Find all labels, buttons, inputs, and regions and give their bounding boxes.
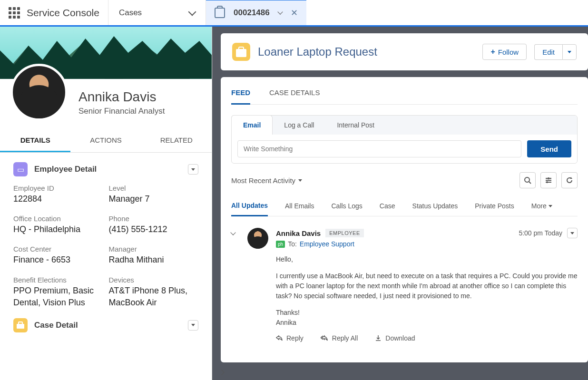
avatar[interactable] xyxy=(247,228,268,249)
next-post-icon[interactable] xyxy=(220,370,224,376)
svg-point-11 xyxy=(548,177,549,179)
tab-details[interactable]: DETAILS xyxy=(0,129,70,152)
refresh-feed-button[interactable] xyxy=(561,172,578,188)
feed-post: Annika Davis EMPLOYEE 5:00 pm Today ph T… xyxy=(231,228,578,342)
triangle-down-icon xyxy=(549,205,552,207)
app-launcher-icon[interactable] xyxy=(9,7,20,19)
svg-marker-13 xyxy=(570,177,572,179)
left-panel: Annika Davis Senior Financial Analyst DE… xyxy=(0,27,212,380)
filter-case[interactable]: Case xyxy=(380,198,395,216)
filter-status-updates[interactable]: Status Updates xyxy=(412,198,458,216)
case-icon xyxy=(232,43,250,61)
case-header: Loaner Laptop Request +Follow Edit xyxy=(221,33,588,70)
nav-label: Cases xyxy=(119,8,142,18)
avatar[interactable] xyxy=(10,64,68,121)
filter-icon xyxy=(545,176,552,184)
tab-label: 00021486 xyxy=(234,8,270,18)
chevron-down-icon xyxy=(188,8,196,16)
field: Office LocationHQ - Philadelphia xyxy=(13,214,103,235)
download-icon xyxy=(375,335,382,341)
filter-calls-logs[interactable]: Calls Logs xyxy=(331,198,362,216)
send-button[interactable]: Send xyxy=(527,140,571,157)
right-panel: Loaner Laptop Request +Follow Edit FEED … xyxy=(212,27,588,380)
tab-case-details[interactable]: CASE DETAILS xyxy=(269,85,320,104)
employee-icon: ▭ xyxy=(13,162,28,176)
filter-more[interactable]: More xyxy=(531,198,552,216)
section-title: Case Detail xyxy=(34,321,181,330)
search-feed-button[interactable] xyxy=(519,172,536,188)
tab-actions[interactable]: ACTIONS xyxy=(70,129,141,152)
collapse-icon[interactable] xyxy=(231,228,240,342)
post-menu-button[interactable] xyxy=(567,228,578,238)
app-name: Service Console xyxy=(27,7,99,19)
section-menu-button[interactable] xyxy=(188,320,198,331)
field-value: AT&T iPhone 8 Plus, MacBook Air xyxy=(109,285,199,309)
field-label: Phone xyxy=(109,214,199,223)
post-timestamp: 5:00 pm Today xyxy=(519,229,562,237)
composer-tab-internal-post[interactable]: Internal Post xyxy=(325,116,386,135)
field-value: PPO Premium, Basic Dental, Vision Plus xyxy=(13,285,103,309)
feed-toolbar: Most Recent Activity xyxy=(231,172,578,188)
download-button[interactable]: Download xyxy=(375,334,415,342)
composer: Email Log a Call Internal Post Send xyxy=(231,115,578,164)
nav-item-cases[interactable]: Cases xyxy=(108,0,206,25)
reply-all-button[interactable]: Reply All xyxy=(321,334,358,342)
plus-icon: + xyxy=(490,48,495,56)
section-title: Employee Detail xyxy=(34,165,181,174)
employee-detail-section: ▭ Employee Detail Employee ID122884Level… xyxy=(0,153,212,309)
reply-button[interactable]: Reply xyxy=(276,334,304,342)
field-label: Employee ID xyxy=(13,184,103,192)
section-menu-button[interactable] xyxy=(188,164,198,175)
recipient-link[interactable]: Employee Support xyxy=(300,240,354,248)
field-value: HQ - Philadelphia xyxy=(13,224,103,235)
edit-menu-button[interactable] xyxy=(562,44,577,60)
composer-input[interactable] xyxy=(237,140,521,157)
filter-private-posts[interactable]: Private Posts xyxy=(475,198,514,216)
workspace-tab[interactable]: 00021486 ✕ xyxy=(206,0,306,25)
reply-icon xyxy=(276,335,283,341)
reply-all-icon xyxy=(321,335,328,341)
filter-feed-button[interactable] xyxy=(540,172,557,188)
chevron-down-icon[interactable] xyxy=(277,9,283,14)
tab-feed[interactable]: FEED xyxy=(231,85,250,105)
to-label: To: xyxy=(288,240,297,248)
top-bar: Service Console Cases 00021486 ✕ xyxy=(0,0,588,27)
composer-tab-log-call[interactable]: Log a Call xyxy=(273,116,325,135)
tab-related[interactable]: RELATED xyxy=(141,129,212,152)
field-value: Radha Mithani xyxy=(109,254,199,266)
field: Phone(415) 555-1212 xyxy=(109,214,199,235)
filter-all-emails[interactable]: All Emails xyxy=(285,198,314,216)
triangle-down-icon xyxy=(298,179,302,182)
field-label: Devices xyxy=(109,276,199,284)
field: Cost CenterFinance - 6653 xyxy=(13,245,103,266)
profile-title: Senior Financial Analyst xyxy=(78,107,212,116)
case-detail-section: Case Detail xyxy=(0,309,212,332)
field: DevicesAT&T iPhone 8 Plus, MacBook Air xyxy=(109,276,199,309)
field-value: (415) 555-1212 xyxy=(109,224,199,235)
field: Employee ID122884 xyxy=(13,184,103,205)
triangle-down-icon xyxy=(191,168,195,171)
triangle-down-icon xyxy=(570,232,574,234)
svg-rect-5 xyxy=(19,322,22,324)
case-icon xyxy=(13,318,28,332)
field-label: Office Location xyxy=(13,214,103,223)
field: LevelManager 7 xyxy=(109,184,199,205)
svg-point-12 xyxy=(546,181,548,183)
post-content: Hello, I currently use a MacBook Air, bu… xyxy=(276,254,578,328)
field-label: Manager xyxy=(109,245,199,253)
triangle-down-icon xyxy=(568,51,571,53)
feed-card: FEED CASE DETAILS Email Log a Call Inter… xyxy=(221,77,588,362)
employee-badge: EMPLOYEE xyxy=(325,229,364,237)
composer-tabs: Email Log a Call Internal Post xyxy=(232,116,577,135)
field-label: Benefit Elections xyxy=(13,276,103,284)
composer-tab-email[interactable]: Email xyxy=(231,115,273,135)
app-launcher-region: Service Console xyxy=(0,0,108,25)
feed-sort[interactable]: Most Recent Activity xyxy=(231,176,515,185)
filter-all-updates[interactable]: All Updates xyxy=(231,198,268,216)
edit-button[interactable]: Edit xyxy=(534,44,562,60)
case-icon xyxy=(215,8,225,18)
post-author: Annika Davis xyxy=(276,229,321,237)
close-icon[interactable]: ✕ xyxy=(291,8,298,18)
field: Benefit ElectionsPPO Premium, Basic Dent… xyxy=(13,276,103,309)
follow-button[interactable]: +Follow xyxy=(482,44,527,60)
